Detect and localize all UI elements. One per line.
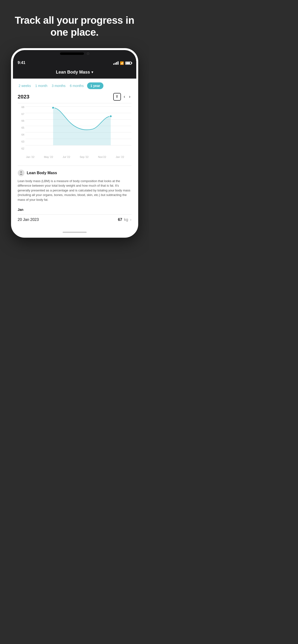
log-entry[interactable]: 20 Jan 2023 67 kg › <box>18 214 131 225</box>
dropdown-chevron-icon: ▾ <box>91 70 93 74</box>
notch-dot <box>87 52 89 55</box>
log-entry-value-row: 67 kg › <box>118 218 131 222</box>
notch <box>55 50 94 57</box>
notch-pill <box>60 52 84 55</box>
battery-icon <box>125 62 131 65</box>
log-entry-chevron-icon: › <box>130 218 131 222</box>
y-label-66: 66 <box>18 119 25 122</box>
app-title-row[interactable]: Lean Body Mass ▾ <box>56 70 93 75</box>
x-label-nov22: Nov'22 <box>98 156 106 158</box>
y-label-63: 63 <box>18 140 25 143</box>
log-section: Jan 20 Jan 2023 67 kg › <box>18 204 131 225</box>
svg-point-8 <box>109 115 112 118</box>
year-controls: T ‹ › <box>113 93 131 100</box>
phone-content: 2 weeks 1 month 3 months 6 months 1 year… <box>13 78 136 229</box>
prev-arrow-button[interactable]: ‹ <box>123 93 126 100</box>
svg-point-9 <box>20 171 22 173</box>
year-label: 2023 <box>18 94 30 100</box>
x-label-jul22: Jul '22 <box>63 156 70 158</box>
chart-svg <box>26 106 131 154</box>
filter-2weeks[interactable]: 2 weeks <box>18 82 32 89</box>
wifi-icon: 📶 <box>120 61 124 65</box>
y-label-65: 65 <box>18 126 25 129</box>
filter-6months[interactable]: 6 months <box>69 82 85 89</box>
status-bar: 9:41 📶 <box>13 50 136 67</box>
status-icons: 📶 <box>113 61 131 65</box>
log-entry-unit: kg <box>124 218 128 222</box>
chart-container: 68 67 66 65 64 63 62 <box>18 106 131 163</box>
info-section: Lean Body Mass Lean body mass (LBM) is a… <box>18 166 131 204</box>
x-label-jan22: Jan '22 <box>26 156 35 158</box>
y-label-67: 67 <box>18 112 25 116</box>
lean-body-mass-icon <box>18 170 25 176</box>
next-arrow-button[interactable]: › <box>128 93 131 100</box>
y-label-62: 62 <box>18 147 25 150</box>
app-header: Lean Body Mass ▾ <box>13 67 136 78</box>
home-indicator <box>63 232 87 233</box>
time-filter-bar: 2 weeks 1 month 3 months 6 months 1 year <box>18 82 131 89</box>
log-entry-date: 20 Jan 2023 <box>18 218 39 222</box>
divider <box>18 103 131 103</box>
info-body-text: Lean body mass (LBM) is a measure of bod… <box>18 179 131 202</box>
hero-title: Track all your progress in one place. <box>0 0 149 48</box>
phone-mockup: 9:41 📶 Lean Body Mass ▾ 2 weeks 1 month … <box>11 48 138 238</box>
x-label-jan22-end: Jan '22 <box>116 156 124 158</box>
y-label-64: 64 <box>18 133 25 136</box>
today-button[interactable]: T <box>113 93 121 100</box>
status-time: 9:41 <box>18 60 26 65</box>
y-label-68: 68 <box>18 106 25 108</box>
x-axis-labels: Jan '22 May '22 Jul '22 Sep '22 Nov'22 J… <box>18 154 131 158</box>
filter-1month[interactable]: 1 month <box>34 82 49 89</box>
log-month-label: Jan <box>18 208 131 212</box>
app-title-text: Lean Body Mass <box>56 70 90 75</box>
log-entry-value: 67 <box>118 218 122 222</box>
info-header: Lean Body Mass <box>18 170 131 176</box>
x-label-sep22: Sep '22 <box>80 156 89 158</box>
info-title-text: Lean Body Mass <box>27 171 57 175</box>
signal-icon <box>113 61 118 65</box>
svg-point-7 <box>52 106 54 109</box>
year-row: 2023 T ‹ › <box>18 93 131 100</box>
x-label-may22: May '22 <box>44 156 53 158</box>
phone-bottom <box>13 228 136 236</box>
filter-3months[interactable]: 3 months <box>51 82 66 89</box>
filter-1year[interactable]: 1 year <box>87 82 103 89</box>
